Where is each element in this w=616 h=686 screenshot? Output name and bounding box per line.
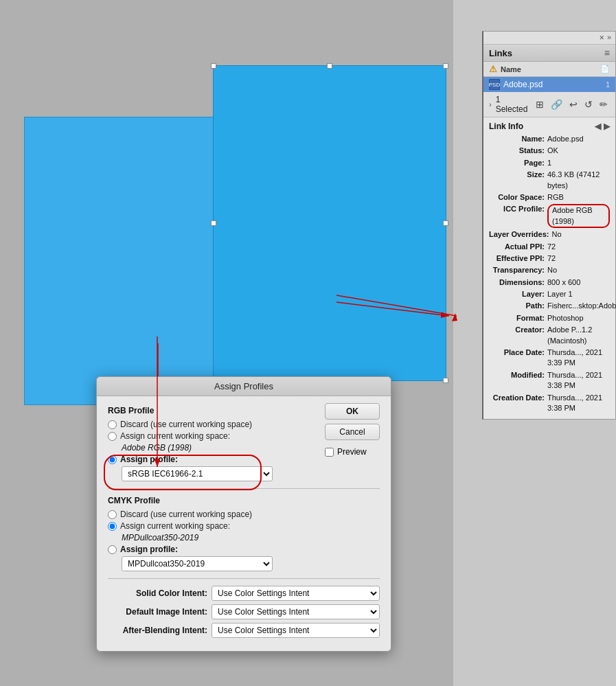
cmyk-assign-current-label: Assign current working space: (120, 521, 230, 531)
solid-color-intent-row: Solid Color Intent: Use Color Settings I… (108, 586, 380, 601)
links-item-name: Adobe.psd (503, 80, 602, 89)
links-panel-item[interactable]: PSD Adobe.psd 1 (483, 77, 615, 92)
rgb-profile-dropdown-row: sRGB IEC61966-2.1 Adobe RGB (1998) ProPh… (122, 466, 293, 481)
solid-color-intent-label: Solid Color Intent: (108, 588, 207, 598)
edit-icon[interactable]: ✏ (597, 98, 610, 111)
ok-button[interactable]: OK (325, 403, 380, 420)
link-info-name: Name: Adobe.psd (489, 134, 610, 144)
links-name-col: Name (501, 65, 600, 73)
section-divider-1 (108, 488, 380, 489)
file-icon: PSD (489, 79, 500, 90)
link-info-size: Size: 46.3 KB (47412 bytes) (489, 170, 610, 191)
after-blending-intent-row: After-Blending Intent: Use Color Setting… (108, 623, 380, 638)
cmyk-discard-label: Discard (use current working space) (120, 510, 252, 519)
link-info-section: Link Info ◀ ▶ Name: Adobe.psd Status: OK… (483, 117, 615, 419)
handle-mr[interactable] (443, 220, 448, 226)
assign-profiles-dialog: Assign Profiles OK Cancel Preview RGB Pr… (96, 376, 391, 652)
blue-rect-front (213, 65, 446, 381)
rgb-assign-current-radio[interactable] (108, 432, 117, 441)
handle-br[interactable] (443, 378, 448, 383)
link-icon[interactable]: 🔗 (549, 98, 564, 111)
link-info-modified: Modified: Thursda..., 2021 3:38 PM (489, 370, 610, 391)
handle-tm[interactable] (327, 63, 332, 69)
cmyk-assign-profile-label: Assign profile: (120, 545, 178, 554)
link-info-page: Page: 1 (489, 158, 610, 168)
link-info-format: Format: Photoshop (489, 313, 610, 323)
refresh-icon[interactable]: ↺ (582, 98, 595, 111)
relink-icon[interactable]: ⊞ (534, 98, 546, 111)
cmyk-assign-profile-row: Assign profile: (108, 545, 293, 554)
preview-checkbox[interactable] (325, 448, 334, 457)
rgb-discard-row: Discard (use current working space) (108, 420, 293, 429)
link-info-creator: Creator: Adobe P...1.2 (Macintosh) (489, 325, 610, 346)
link-info-nav: ◀ ▶ (595, 122, 610, 131)
link-info-status: Status: OK (489, 146, 610, 156)
dialog-body: OK Cancel Preview RGB Profile Discard (u… (97, 396, 391, 651)
rgb-assign-current-label: Assign current working space: (120, 431, 230, 441)
link-info-colorspace: Color Space: RGB (489, 192, 610, 203)
cmyk-assign-current-value: MPDullcoat350-2019 (122, 533, 293, 542)
links-toolbar: › 1 Selected ⊞ 🔗 ↩ ↺ ✏ (483, 92, 615, 117)
preview-row: Preview (325, 447, 380, 457)
handle-tl[interactable] (211, 63, 216, 69)
intents-section: Solid Color Intent: Use Color Settings I… (108, 586, 380, 638)
rgb-discard-radio[interactable] (108, 420, 117, 429)
dialog-title: Assign Profiles (214, 381, 273, 391)
rgb-assign-profile-label: Assign profile: (120, 455, 178, 464)
default-image-intent-row: Default Image Intent: Use Color Settings… (108, 604, 380, 619)
cmyk-profile-select[interactable]: MPDullcoat350-2019 US Web Coated (SWOP) … (122, 556, 273, 571)
rgb-section-title: RGB Profile (108, 406, 293, 415)
link-info-next[interactable]: ▶ (604, 122, 610, 131)
links-panel: × » Links ≡ ⚠ Name 📄 PSD Adobe.psd 1 › 1… (482, 31, 616, 420)
link-info-actual-ppi: Actual PPI: 72 (489, 242, 610, 252)
link-info-prev[interactable]: ◀ (595, 122, 601, 131)
dialog-titlebar: Assign Profiles (97, 377, 391, 396)
section-divider-2 (108, 578, 380, 579)
links-panel-title: Links (489, 48, 512, 58)
link-info-effective-ppi: Effective PPI: 72 (489, 253, 610, 264)
links-panel-titlebar: Links ≡ (483, 45, 615, 62)
rgb-discard-label: Discard (use current working space) (120, 420, 252, 429)
link-info-title: Link Info ◀ ▶ (489, 122, 610, 131)
rgb-assign-profile-row: Assign profile: (108, 455, 293, 464)
selected-count: 1 Selected (496, 95, 531, 114)
link-info-transparency: Transparency: No (489, 265, 610, 275)
default-image-intent-select[interactable]: Use Color Settings Intent Perceptual Sat… (212, 604, 380, 619)
cmyk-section: CMYK Profile Discard (use current workin… (108, 496, 293, 571)
cmyk-section-title: CMYK Profile (108, 496, 293, 505)
default-image-intent-label: Default Image Intent: (108, 607, 207, 617)
cmyk-discard-row: Discard (use current working space) (108, 510, 293, 519)
close-panel-icon[interactable]: × (600, 33, 604, 43)
handle-ml[interactable] (211, 220, 216, 226)
link-info-layer: Layer: Layer 1 (489, 289, 610, 299)
cmyk-discard-radio[interactable] (108, 510, 117, 519)
link-info-icc: ICC Profile: Adobe RGB (1998) (489, 204, 610, 228)
cmyk-profile-dropdown-row: MPDullcoat350-2019 US Web Coated (SWOP) … (122, 556, 293, 571)
update-icon[interactable]: ↩ (567, 98, 580, 111)
solid-color-intent-select[interactable]: Use Color Settings Intent Perceptual Sat… (212, 586, 380, 601)
links-panel-menu-icon[interactable]: ≡ (604, 47, 610, 58)
cmyk-assign-current-radio[interactable] (108, 522, 117, 531)
expand-panel-icon[interactable]: » (607, 33, 611, 43)
cancel-button[interactable]: Cancel (325, 424, 380, 440)
rgb-section: RGB Profile Discard (use current working… (108, 406, 293, 481)
cmyk-assign-profile-radio[interactable] (108, 545, 117, 554)
link-info-path: Path: Fisherc...sktop:Adobe.psd (489, 301, 610, 311)
links-panel-topbar: × » (483, 32, 615, 45)
cmyk-assign-current-row: Assign current working space: (108, 521, 293, 531)
handle-tr[interactable] (443, 63, 448, 69)
links-item-page: 1 (606, 80, 610, 89)
rgb-assign-profile-radio[interactable] (108, 455, 117, 464)
chevron-icon: › (489, 100, 492, 108)
rgb-profile-select[interactable]: sRGB IEC61966-2.1 Adobe RGB (1998) ProPh… (122, 466, 273, 481)
after-blending-intent-select[interactable]: Use Color Settings Intent Perceptual Sat… (212, 623, 380, 638)
rgb-assign-current-row: Assign current working space: (108, 431, 293, 441)
link-info-dimensions: Dimensions: 800 x 600 (489, 277, 610, 288)
rgb-assign-current-value: Adobe RGB (1998) (122, 443, 293, 453)
warning-icon: ⚠ (489, 64, 497, 74)
links-page-col-icon: 📄 (600, 65, 610, 73)
link-info-place-date: Place Date: Thursda..., 2021 3:39 PM (489, 347, 610, 369)
dialog-buttons: OK Cancel Preview (325, 403, 380, 457)
link-info-layer-overrides: Layer Overrides: No (489, 229, 610, 240)
link-info-creation-date: Creation Date: Thursda..., 2021 3:38 PM (489, 393, 610, 414)
